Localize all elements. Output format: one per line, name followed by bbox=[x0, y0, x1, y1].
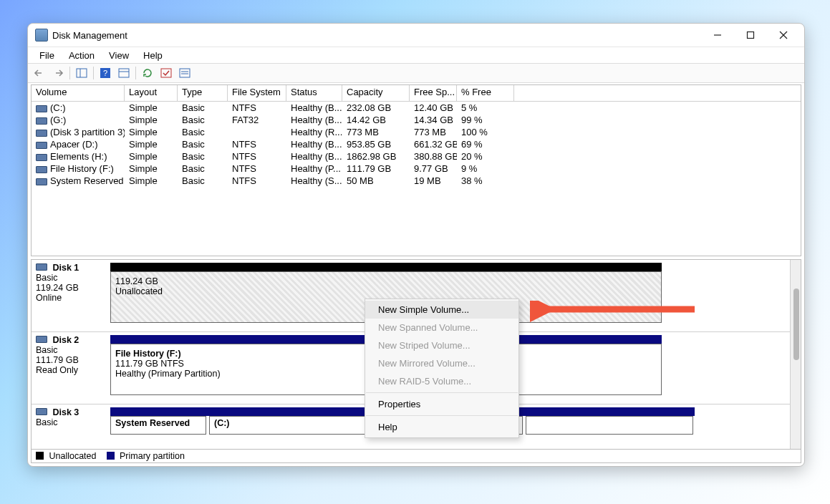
maximize-button[interactable] bbox=[734, 24, 767, 46]
rescan-button[interactable] bbox=[158, 64, 175, 82]
annotation-arrow-icon bbox=[530, 301, 702, 322]
settings-button[interactable] bbox=[115, 64, 132, 82]
disk-1-name: Disk 1 bbox=[52, 263, 79, 273]
svg-rect-4 bbox=[77, 69, 87, 77]
title-bar: Disk Management bbox=[28, 24, 804, 47]
context-menu: New Simple Volume... New Spanned Volume.… bbox=[365, 299, 519, 438]
ctx-properties[interactable]: Properties bbox=[365, 395, 518, 413]
disk-icon bbox=[36, 263, 47, 271]
volume-row[interactable]: File History (F:)SimpleBasicNTFSHealthy … bbox=[32, 163, 801, 175]
close-icon bbox=[779, 31, 788, 39]
disk-icon bbox=[36, 336, 47, 343]
minimize-button[interactable] bbox=[701, 24, 734, 46]
drive-icon bbox=[36, 142, 47, 149]
list-button[interactable] bbox=[176, 64, 193, 82]
disk-3-p2: (C:) bbox=[214, 418, 230, 428]
drive-icon bbox=[36, 117, 47, 125]
window-icon bbox=[118, 67, 130, 79]
volume-row[interactable]: Apacer (D:)SimpleBasicNTFSHealthy (B...9… bbox=[32, 138, 801, 150]
help-icon: ? bbox=[100, 67, 111, 79]
disk-1-size: 119.24 GB bbox=[36, 283, 106, 293]
refresh-icon bbox=[142, 67, 153, 79]
disk-3-name: Disk 3 bbox=[52, 407, 79, 417]
ctx-new-mirrored-volume: New Mirrored Volume... bbox=[365, 354, 518, 372]
arrow-left-icon bbox=[34, 67, 45, 79]
col-filesystem[interactable]: File System bbox=[228, 85, 286, 101]
menu-file[interactable]: File bbox=[32, 49, 62, 62]
col-volume[interactable]: Volume bbox=[32, 85, 125, 101]
svg-text:?: ? bbox=[103, 69, 107, 77]
legend-unalloc-swatch bbox=[36, 452, 44, 460]
menu-view[interactable]: View bbox=[102, 49, 136, 62]
disk-3-partition-1[interactable]: System Reserved bbox=[110, 416, 206, 435]
panel-icon bbox=[76, 67, 87, 79]
disk-2-state: Read Only bbox=[36, 365, 106, 375]
disk-2-p-line3: Healthy (Primary Partition) bbox=[115, 369, 221, 379]
drive-icon bbox=[36, 105, 47, 112]
disk-3-p1: System Reserved bbox=[115, 418, 190, 428]
svg-rect-11 bbox=[180, 69, 190, 77]
drive-icon bbox=[36, 130, 47, 137]
volume-row[interactable]: System ReservedSimpleBasicNTFSHealthy (S… bbox=[32, 175, 801, 187]
refresh-button[interactable] bbox=[139, 64, 156, 82]
svg-rect-1 bbox=[748, 32, 754, 39]
help-button[interactable]: ? bbox=[97, 64, 114, 82]
forward-button[interactable] bbox=[49, 64, 67, 82]
col-free[interactable]: Free Sp... bbox=[410, 85, 457, 101]
legend-primary-swatch bbox=[107, 452, 115, 460]
legend: Unallocated Primary partition bbox=[31, 450, 801, 463]
disk-1-type: Basic bbox=[36, 273, 106, 283]
disk-3-partition-3[interactable] bbox=[526, 416, 693, 435]
scrollbar[interactable] bbox=[790, 260, 801, 449]
close-button[interactable] bbox=[767, 24, 800, 46]
window-title: Disk Management bbox=[52, 30, 127, 41]
disk-2-size: 111.79 GB bbox=[36, 355, 106, 365]
disk-2-name: Disk 2 bbox=[52, 335, 79, 345]
disk-icon bbox=[36, 408, 47, 415]
disk-3-type: Basic bbox=[36, 417, 106, 427]
volume-header: Volume Layout Type File System Status Ca… bbox=[32, 85, 801, 102]
volume-row[interactable]: (C:)SimpleBasicNTFSHealthy (B...232.08 G… bbox=[32, 102, 801, 114]
volume-row[interactable]: (Disk 3 partition 3)SimpleBasicHealthy (… bbox=[32, 126, 801, 138]
col-type[interactable]: Type bbox=[178, 85, 228, 101]
svg-rect-8 bbox=[119, 69, 129, 77]
legend-primary: Primary partition bbox=[120, 451, 185, 461]
disk-1-part-state: Unallocated bbox=[115, 286, 163, 296]
maximize-icon bbox=[746, 31, 755, 39]
check-icon bbox=[160, 67, 172, 79]
disk-1-state: Online bbox=[36, 293, 106, 303]
list-icon bbox=[179, 67, 190, 79]
scroll-thumb[interactable] bbox=[793, 289, 799, 360]
back-button[interactable] bbox=[31, 64, 48, 82]
disk-2-type: Basic bbox=[36, 345, 106, 355]
col-capacity[interactable]: Capacity bbox=[342, 85, 410, 101]
ctx-new-simple-volume[interactable]: New Simple Volume... bbox=[365, 301, 518, 319]
show-hide-tree-button[interactable] bbox=[73, 64, 90, 82]
ctx-new-spanned-volume: New Spanned Volume... bbox=[365, 319, 518, 336]
disk-1-part-size: 119.24 GB bbox=[115, 276, 163, 286]
toolbar: ? bbox=[28, 63, 804, 83]
drive-icon bbox=[36, 178, 47, 185]
volume-row[interactable]: Elements (H:)SimpleBasicNTFSHealthy (B..… bbox=[32, 150, 801, 163]
ctx-new-raid5-volume: New RAID-5 Volume... bbox=[365, 372, 518, 390]
col-layout[interactable]: Layout bbox=[125, 85, 178, 101]
app-icon bbox=[35, 29, 48, 42]
volume-list: Volume Layout Type File System Status Ca… bbox=[31, 84, 801, 256]
menu-bar: File Action View Help bbox=[28, 47, 804, 63]
menu-help[interactable]: Help bbox=[136, 49, 170, 62]
volume-row[interactable]: (G:)SimpleBasicFAT32Healthy (B...14.42 G… bbox=[32, 114, 801, 126]
drive-icon bbox=[36, 154, 47, 161]
col-status[interactable]: Status bbox=[286, 85, 342, 101]
minimize-icon bbox=[713, 31, 722, 39]
disk-2-p-line2: 111.79 GB NTFS bbox=[115, 359, 221, 369]
menu-action[interactable]: Action bbox=[62, 49, 102, 62]
col-pct[interactable]: % Free bbox=[457, 85, 514, 101]
arrow-right-icon bbox=[52, 67, 64, 79]
drive-icon bbox=[36, 166, 47, 173]
ctx-help[interactable]: Help bbox=[365, 418, 518, 436]
disk-2-p-title: File History (F:) bbox=[115, 349, 221, 359]
svg-rect-10 bbox=[161, 69, 171, 77]
ctx-new-striped-volume: New Striped Volume... bbox=[365, 336, 518, 354]
legend-unalloc: Unallocated bbox=[49, 451, 96, 461]
